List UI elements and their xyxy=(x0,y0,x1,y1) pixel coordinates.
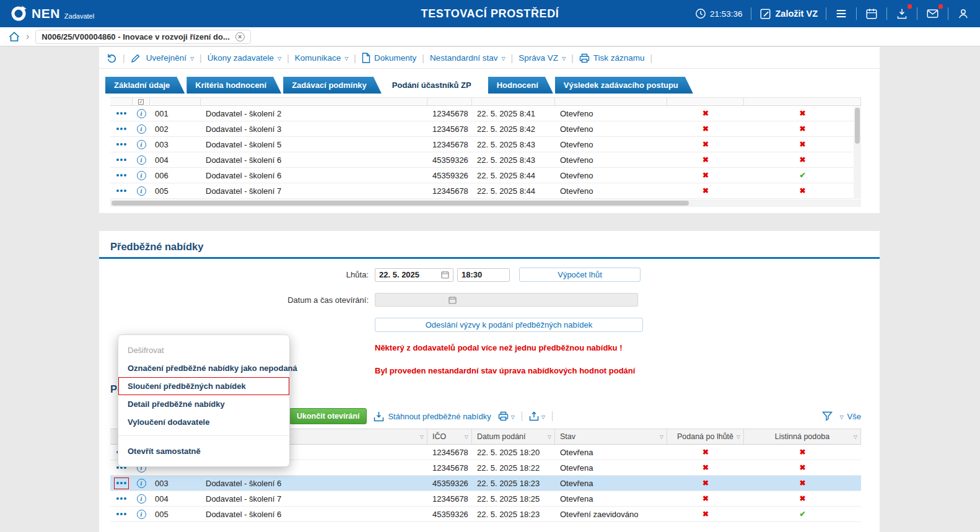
horizontal-scrollbar[interactable] xyxy=(110,199,861,207)
home-button[interactable] xyxy=(9,32,20,41)
paper-mark-icon xyxy=(799,510,805,518)
tab[interactable]: Zadávací podmínky xyxy=(283,77,382,94)
menu-sprava-vz[interactable]: Správa VZ ▽ xyxy=(518,53,566,63)
row-menu-button[interactable] xyxy=(115,186,128,196)
tab[interactable]: Základní údaje xyxy=(105,77,185,94)
row-menu-button[interactable] xyxy=(115,124,128,134)
row-menu-button[interactable] xyxy=(115,139,128,150)
row-actions-cell xyxy=(110,183,133,198)
ellipsis-icon xyxy=(120,482,123,484)
table-row[interactable]: 006 Dodavatel - školení 6 45359326 22. 5… xyxy=(110,168,861,183)
info-icon[interactable] xyxy=(137,186,146,196)
table-row[interactable]: 005 Dodavatel - školení 7 12345678 22. 5… xyxy=(110,183,861,199)
info-icon[interactable] xyxy=(137,140,146,149)
filter-arrow-icon[interactable]: ▽ xyxy=(660,434,663,440)
info-icon[interactable] xyxy=(137,510,146,519)
send-invitation-button[interactable]: Odeslání výzvy k podání předběžných nabí… xyxy=(375,318,643,332)
paper-mark-icon xyxy=(799,110,805,117)
filter-arrow-icon[interactable]: ▽ xyxy=(548,434,551,440)
nen-logo[interactable]: NEN Zadavatel xyxy=(10,5,94,22)
menu-nestandardni-stav[interactable]: Nestandardní stav ▽ xyxy=(430,53,505,63)
participants-table: ✓ 001 xyxy=(110,97,861,207)
context-menu-item[interactable]: Sloučení předběžných nabídek xyxy=(118,377,289,395)
row-number: 004 xyxy=(150,491,201,506)
menu-uverejneni-label: Uveřejnění xyxy=(146,53,186,63)
calendar-button[interactable] xyxy=(865,7,878,20)
table-row[interactable]: 005 Dodavatel - školení 6 45359326 22. 5… xyxy=(110,507,861,522)
menu-komunikace[interactable]: Komunikace ▽ xyxy=(295,53,348,63)
col-header-listinna-podoba[interactable]: Listinná podoba▽ xyxy=(744,429,861,444)
deadline-time-input[interactable]: 18:30 xyxy=(457,268,510,282)
row-menu-button[interactable] xyxy=(115,509,128,520)
filter-arrow-icon[interactable]: ▽ xyxy=(465,434,468,440)
filter-preset-dropdown[interactable]: ▽ Vše xyxy=(839,412,861,421)
col-header-stav[interactable]: Stav▽ xyxy=(555,429,667,444)
filter-arrow-icon[interactable]: ▽ xyxy=(420,434,424,440)
select-all-checkbox[interactable]: ✓ xyxy=(138,99,144,105)
tab[interactable]: Výsledek zadávacího postupu xyxy=(555,77,693,94)
downloads-button[interactable] xyxy=(895,7,909,20)
profile-button[interactable] xyxy=(956,7,970,20)
menu-tisk-label: Tisk záznamu xyxy=(593,53,645,63)
info-icon[interactable] xyxy=(137,171,146,180)
row-actions-cell xyxy=(110,121,133,136)
filter-arrow-icon[interactable]: ▽ xyxy=(854,434,857,440)
scrollbar-thumb[interactable] xyxy=(855,108,860,144)
calendar-icon[interactable] xyxy=(441,271,449,279)
history-button[interactable] xyxy=(107,53,117,63)
info-icon[interactable] xyxy=(137,479,146,488)
export-button[interactable]: ▽ xyxy=(529,411,545,421)
row-menu-button[interactable] xyxy=(115,478,128,489)
info-icon[interactable] xyxy=(137,109,146,118)
context-menu-item[interactable]: Označení předběžné nabídky jako nepodaná xyxy=(118,359,289,377)
context-menu-item[interactable]: Dešifrovat xyxy=(118,341,289,359)
deadline-date-input[interactable]: 22. 5. 2025 xyxy=(375,268,453,282)
header-cell xyxy=(427,98,472,105)
messages-button[interactable] xyxy=(925,7,940,20)
close-record-button[interactable]: × xyxy=(235,32,245,41)
table-row[interactable]: 003 Dodavatel - školení 6 45359326 22. 5… xyxy=(110,476,861,491)
menu-dokumenty[interactable]: Dokumenty xyxy=(362,53,416,63)
calendar-icon xyxy=(448,296,457,304)
table-row[interactable]: 003 Dodavatel - školení 5 12345678 22. 5… xyxy=(110,137,861,152)
table-row[interactable]: 001 Dodavatel - školení 2 12345678 22. 5… xyxy=(110,106,861,121)
download-offers-link[interactable]: Stáhnout předběžné nabídky xyxy=(374,411,491,422)
row-info-cell xyxy=(133,491,150,506)
col-header-ico[interactable]: IČO▽ xyxy=(427,429,472,444)
row-menu-button[interactable] xyxy=(115,155,128,165)
table-row[interactable]: 004 Dodavatel - školení 7 12345678 22. 5… xyxy=(110,491,861,507)
tab[interactable]: Hodnocení xyxy=(488,77,553,94)
table-row[interactable]: 002 Dodavatel - školení 3 12345678 22. 5… xyxy=(110,121,861,137)
row-menu-button[interactable] xyxy=(115,170,128,181)
scrollbar-thumb[interactable] xyxy=(112,201,689,206)
menu-tisk-zaznamu[interactable]: Tisk záznamu xyxy=(579,53,645,63)
row-menu-button[interactable] xyxy=(115,108,128,119)
print-button[interactable]: ▽ xyxy=(498,411,515,421)
context-menu-item[interactable]: Vyloučení dodavatele xyxy=(118,413,289,436)
info-icon[interactable] xyxy=(137,155,146,165)
info-icon[interactable] xyxy=(137,124,146,134)
context-menu-item[interactable]: Otevřít samostatně xyxy=(118,442,289,460)
filter-arrow-icon[interactable]: ▽ xyxy=(737,434,740,440)
breadcrumb-item[interactable]: N006/25/V00004860 - Inovace v rozvoji ří… xyxy=(35,30,250,44)
menu-uverejneni[interactable]: Uveřejnění ▽ xyxy=(146,53,194,63)
context-menu-item[interactable]: Detail předběžné nabídky xyxy=(118,395,289,413)
table-row[interactable]: 004 Dodavatel - školení 6 45359326 22. 5… xyxy=(110,152,861,168)
filter-preset-label: Vše xyxy=(847,412,861,421)
edit-button[interactable] xyxy=(131,53,141,63)
create-vz-button[interactable]: Založit VZ xyxy=(759,8,818,20)
late-mark-icon xyxy=(702,141,709,148)
col-header-datum-podani[interactable]: Datum podání▽ xyxy=(472,429,555,444)
menu-ukony-zadavatele[interactable]: Úkony zadavatele ▽ xyxy=(208,53,281,63)
vertical-scrollbar[interactable] xyxy=(854,107,861,199)
divider xyxy=(751,7,751,20)
filter-button[interactable] xyxy=(822,411,833,421)
tab[interactable]: Podání účastníků ZP xyxy=(383,77,486,94)
row-menu-button[interactable] xyxy=(115,494,128,504)
finish-opening-button[interactable]: Ukončit otevírání xyxy=(289,408,367,424)
compute-deadlines-button[interactable]: Výpočet lhůt xyxy=(519,268,641,282)
main-menu-button[interactable] xyxy=(834,7,848,20)
info-icon[interactable] xyxy=(137,494,146,504)
col-header-podana-po-lhute[interactable]: Podaná po lhůtě▽ xyxy=(667,429,744,444)
tab[interactable]: Kritéria hodnocení xyxy=(186,77,281,94)
